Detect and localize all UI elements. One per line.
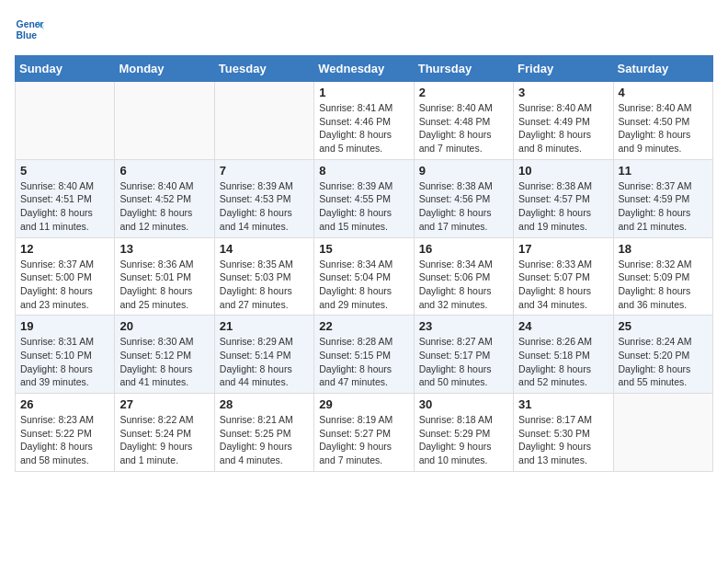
day-number: 26 (20, 397, 109, 411)
day-info: Sunrise: 8:36 AM Sunset: 5:01 PM Dayligh… (119, 258, 209, 312)
calendar-day-cell: 6Sunrise: 8:40 AM Sunset: 4:52 PM Daylig… (115, 159, 214, 237)
calendar-week-row: 5Sunrise: 8:40 AM Sunset: 4:51 PM Daylig… (16, 159, 713, 237)
calendar-week-row: 12Sunrise: 8:37 AM Sunset: 5:00 PM Dayli… (16, 237, 713, 316)
day-info: Sunrise: 8:24 AM Sunset: 5:20 PM Dayligh… (619, 335, 708, 389)
weekday-header-cell: Monday (115, 56, 214, 82)
day-number: 15 (319, 242, 408, 256)
calendar-day-cell: 4Sunrise: 8:40 AM Sunset: 4:50 PM Daylig… (613, 82, 712, 160)
day-info: Sunrise: 8:21 AM Sunset: 5:25 PM Dayligh… (220, 413, 309, 467)
day-info: Sunrise: 8:38 AM Sunset: 4:57 PM Dayligh… (518, 179, 608, 234)
day-info: Sunrise: 8:41 AM Sunset: 4:46 PM Dayligh… (319, 101, 408, 155)
day-info: Sunrise: 8:22 AM Sunset: 5:24 PM Dayligh… (119, 413, 209, 467)
page-header: General Blue (15, 15, 713, 44)
day-number: 24 (518, 319, 608, 333)
day-number: 8 (319, 164, 408, 178)
day-number: 21 (220, 319, 309, 333)
weekday-header-cell: Tuesday (214, 56, 313, 82)
day-number: 29 (319, 397, 408, 411)
calendar-day-cell: 22Sunrise: 8:28 AM Sunset: 5:15 PM Dayli… (314, 316, 414, 394)
calendar-day-cell: 27Sunrise: 8:22 AM Sunset: 5:24 PM Dayli… (115, 394, 214, 472)
calendar-week-row: 26Sunrise: 8:23 AM Sunset: 5:22 PM Dayli… (16, 394, 713, 472)
day-info: Sunrise: 8:38 AM Sunset: 4:56 PM Dayligh… (419, 179, 508, 234)
day-number: 25 (619, 319, 708, 333)
calendar-day-cell: 8Sunrise: 8:39 AM Sunset: 4:55 PM Daylig… (314, 159, 414, 237)
day-info: Sunrise: 8:37 AM Sunset: 4:59 PM Dayligh… (619, 179, 708, 234)
day-info: Sunrise: 8:35 AM Sunset: 5:03 PM Dayligh… (220, 258, 309, 312)
calendar-day-cell: 18Sunrise: 8:32 AM Sunset: 5:09 PM Dayli… (613, 237, 712, 316)
calendar-day-cell (16, 82, 115, 160)
calendar-day-cell: 30Sunrise: 8:18 AM Sunset: 5:29 PM Dayli… (414, 394, 513, 472)
day-number: 18 (619, 242, 708, 256)
day-info: Sunrise: 8:32 AM Sunset: 5:09 PM Dayligh… (619, 258, 708, 312)
day-number: 17 (518, 242, 608, 256)
day-info: Sunrise: 8:37 AM Sunset: 5:00 PM Dayligh… (20, 258, 109, 312)
logo: General Blue (15, 15, 44, 44)
day-info: Sunrise: 8:28 AM Sunset: 5:15 PM Dayligh… (319, 335, 408, 389)
weekday-header-cell: Friday (514, 56, 613, 82)
calendar-day-cell: 5Sunrise: 8:40 AM Sunset: 4:51 PM Daylig… (16, 159, 115, 237)
weekday-header-cell: Thursday (414, 56, 513, 82)
day-info: Sunrise: 8:34 AM Sunset: 5:06 PM Dayligh… (419, 258, 508, 312)
calendar-day-cell: 2Sunrise: 8:40 AM Sunset: 4:48 PM Daylig… (414, 82, 513, 160)
day-number: 9 (419, 164, 508, 178)
day-number: 6 (119, 164, 209, 178)
calendar-day-cell: 7Sunrise: 8:39 AM Sunset: 4:53 PM Daylig… (214, 159, 313, 237)
calendar-day-cell: 10Sunrise: 8:38 AM Sunset: 4:57 PM Dayli… (514, 159, 613, 237)
day-info: Sunrise: 8:23 AM Sunset: 5:22 PM Dayligh… (20, 413, 109, 467)
day-number: 4 (619, 86, 708, 99)
calendar-day-cell: 25Sunrise: 8:24 AM Sunset: 5:20 PM Dayli… (613, 316, 712, 394)
calendar-day-cell: 13Sunrise: 8:36 AM Sunset: 5:01 PM Dayli… (115, 237, 214, 316)
calendar-day-cell (613, 394, 712, 472)
calendar-week-row: 19Sunrise: 8:31 AM Sunset: 5:10 PM Dayli… (16, 316, 713, 394)
weekday-header-cell: Saturday (613, 56, 712, 82)
calendar-day-cell: 14Sunrise: 8:35 AM Sunset: 5:03 PM Dayli… (214, 237, 313, 316)
calendar-day-cell (115, 82, 214, 160)
calendar-day-cell: 26Sunrise: 8:23 AM Sunset: 5:22 PM Dayli… (16, 394, 115, 472)
day-number: 3 (518, 86, 608, 99)
day-number: 5 (20, 164, 109, 178)
calendar-day-cell: 23Sunrise: 8:27 AM Sunset: 5:17 PM Dayli… (414, 316, 513, 394)
day-info: Sunrise: 8:34 AM Sunset: 5:04 PM Dayligh… (319, 258, 408, 312)
calendar-day-cell: 17Sunrise: 8:33 AM Sunset: 5:07 PM Dayli… (514, 237, 613, 316)
calendar-day-cell: 29Sunrise: 8:19 AM Sunset: 5:27 PM Dayli… (314, 394, 414, 472)
calendar-body: 1Sunrise: 8:41 AM Sunset: 4:46 PM Daylig… (16, 82, 713, 472)
day-info: Sunrise: 8:30 AM Sunset: 5:12 PM Dayligh… (119, 335, 209, 389)
logo-icon: General Blue (15, 15, 44, 44)
day-number: 30 (419, 397, 508, 411)
calendar-day-cell: 9Sunrise: 8:38 AM Sunset: 4:56 PM Daylig… (414, 159, 513, 237)
weekday-header-cell: Wednesday (314, 56, 414, 82)
weekday-header-cell: Sunday (16, 56, 115, 82)
day-number: 28 (220, 397, 309, 411)
calendar-day-cell: 15Sunrise: 8:34 AM Sunset: 5:04 PM Dayli… (314, 237, 414, 316)
day-info: Sunrise: 8:40 AM Sunset: 4:49 PM Dayligh… (518, 101, 608, 155)
day-info: Sunrise: 8:40 AM Sunset: 4:50 PM Dayligh… (619, 101, 708, 155)
day-number: 16 (419, 242, 508, 256)
day-number: 31 (518, 397, 608, 411)
day-info: Sunrise: 8:40 AM Sunset: 4:48 PM Dayligh… (419, 101, 508, 155)
day-number: 7 (220, 164, 309, 178)
day-info: Sunrise: 8:31 AM Sunset: 5:10 PM Dayligh… (20, 335, 109, 389)
calendar-day-cell: 31Sunrise: 8:17 AM Sunset: 5:30 PM Dayli… (514, 394, 613, 472)
calendar-day-cell: 1Sunrise: 8:41 AM Sunset: 4:46 PM Daylig… (314, 82, 414, 160)
calendar-week-row: 1Sunrise: 8:41 AM Sunset: 4:46 PM Daylig… (16, 82, 713, 160)
calendar-day-cell: 3Sunrise: 8:40 AM Sunset: 4:49 PM Daylig… (514, 82, 613, 160)
day-number: 12 (20, 242, 109, 256)
day-number: 2 (419, 86, 508, 99)
day-number: 1 (319, 86, 408, 99)
day-number: 27 (119, 397, 209, 411)
day-number: 23 (419, 319, 508, 333)
calendar-day-cell: 12Sunrise: 8:37 AM Sunset: 5:00 PM Dayli… (16, 237, 115, 316)
calendar-day-cell: 21Sunrise: 8:29 AM Sunset: 5:14 PM Dayli… (214, 316, 313, 394)
day-info: Sunrise: 8:40 AM Sunset: 4:51 PM Dayligh… (20, 179, 109, 234)
calendar-day-cell (214, 82, 313, 160)
day-info: Sunrise: 8:17 AM Sunset: 5:30 PM Dayligh… (518, 413, 608, 467)
calendar-day-cell: 16Sunrise: 8:34 AM Sunset: 5:06 PM Dayli… (414, 237, 513, 316)
calendar-day-cell: 19Sunrise: 8:31 AM Sunset: 5:10 PM Dayli… (16, 316, 115, 394)
day-info: Sunrise: 8:40 AM Sunset: 4:52 PM Dayligh… (119, 179, 209, 234)
day-number: 22 (319, 319, 408, 333)
calendar-day-cell: 28Sunrise: 8:21 AM Sunset: 5:25 PM Dayli… (214, 394, 313, 472)
day-info: Sunrise: 8:27 AM Sunset: 5:17 PM Dayligh… (419, 335, 508, 389)
day-number: 10 (518, 164, 608, 178)
day-info: Sunrise: 8:29 AM Sunset: 5:14 PM Dayligh… (220, 335, 309, 389)
day-info: Sunrise: 8:39 AM Sunset: 4:55 PM Dayligh… (319, 179, 408, 234)
